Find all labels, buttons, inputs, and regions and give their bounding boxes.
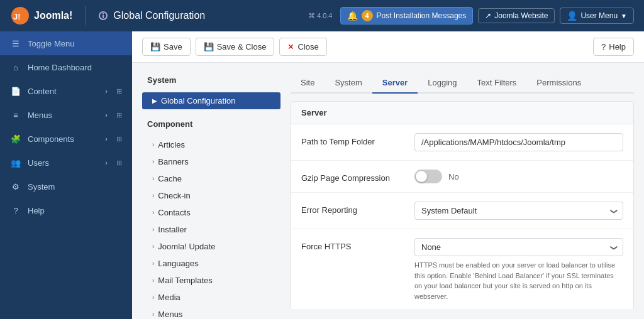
- menus-icon: ≡: [10, 109, 21, 121]
- user-menu-button[interactable]: 👤 User Menu ▼: [560, 8, 634, 24]
- page-title: Global Configuration: [98, 10, 301, 21]
- force-https-select-wrapper: None Administrator Only Entire Site: [414, 238, 623, 256]
- sidebar-item-label: Menus: [28, 111, 52, 120]
- left-panel: System ▶ Global Configuration Component …: [142, 73, 280, 309]
- version-text: ⌘ 4.0.4: [308, 12, 333, 20]
- sidebar-item-users[interactable]: 👥 Users › ⊞: [0, 151, 132, 175]
- panel-item-menus[interactable]: › Menus: [142, 306, 280, 319]
- panel-item-joomla-update[interactable]: › Joomla! Update: [142, 238, 280, 255]
- chevron-right-icon: ▶: [152, 97, 157, 104]
- error-reporting-control: System Default None Simple Maximum Devel…: [414, 202, 623, 220]
- sidebar-item-menus[interactable]: ≡ Menus › ⊞: [0, 103, 132, 127]
- tab-logging[interactable]: Logging: [418, 73, 467, 94]
- panel-item-check-in[interactable]: › Check-in: [142, 187, 280, 204]
- home-icon: ⌂: [10, 62, 21, 73]
- chevron-icon: ›: [152, 209, 154, 216]
- chevron-icon: ›: [152, 311, 154, 318]
- svg-text:J!: J!: [13, 12, 21, 21]
- sidebar-item-label: Users: [28, 158, 49, 168]
- force-https-label: Force HTTPS: [301, 238, 414, 251]
- sidebar-item-label: Home Dashboard: [28, 63, 92, 72]
- force-https-help-text: HTTPS must be enabled on your server or …: [414, 260, 623, 301]
- save-close-icon: 💾: [204, 42, 214, 51]
- topbar-actions: 🔔 4 Post Installation Messages ↗ Joomla …: [340, 7, 635, 24]
- logo: J! Joomla!: [10, 6, 72, 26]
- sidebar-item-label: System: [28, 182, 55, 192]
- content-area: System ▶ Global Configuration Component …: [132, 63, 644, 319]
- error-reporting-select[interactable]: System Default None Simple Maximum Devel…: [414, 202, 623, 220]
- tab-text-filters[interactable]: Text Filters: [467, 73, 527, 94]
- content-icon: 📄: [10, 85, 21, 97]
- save-button[interactable]: 💾 Save: [142, 38, 191, 56]
- components-icon: 🧩: [10, 133, 21, 144]
- component-section-title: Component: [142, 117, 280, 131]
- panel-item-installer[interactable]: › Installer: [142, 221, 280, 238]
- sidebar-item-system[interactable]: ⚙ System: [0, 175, 132, 198]
- panel-item-languages[interactable]: › Languages: [142, 255, 280, 272]
- close-button[interactable]: ✕ Close: [279, 38, 326, 56]
- chevron-icon: ›: [152, 226, 154, 233]
- gzip-compression-control: No: [414, 170, 623, 183]
- panel-item-mail-templates[interactable]: › Mail Templates: [142, 272, 280, 289]
- server-form-panel: Server Path to Temp Folder Gzip Page Com…: [291, 101, 634, 309]
- force-https-row: Force HTTPS None Administrator Only Enti…: [291, 229, 633, 309]
- path-to-temp-folder-input[interactable]: [414, 133, 623, 151]
- sidebar-item-label: Components: [28, 134, 74, 144]
- panel-item-global-configuration[interactable]: ▶ Global Configuration: [142, 92, 280, 109]
- tab-permissions[interactable]: Permissions: [526, 73, 591, 94]
- sidebar-item-content[interactable]: 📄 Content › ⊞: [0, 79, 132, 103]
- force-https-select[interactable]: None Administrator Only Entire Site: [414, 238, 623, 256]
- grid-icon: ⊞: [116, 159, 122, 167]
- close-icon: ✕: [287, 42, 294, 51]
- notifications-button[interactable]: 🔔 4 Post Installation Messages: [340, 7, 474, 24]
- users-icon: 👥: [10, 157, 21, 168]
- sidebar-item-help[interactable]: ? Help: [0, 198, 132, 222]
- sidebar: ☰ Toggle Menu ⌂ Home Dashboard 📄 Content…: [0, 31, 132, 319]
- help-icon: ?: [10, 205, 21, 216]
- gzip-compression-label: Gzip Page Compression: [301, 170, 414, 183]
- panel-item-media[interactable]: › Media: [142, 289, 280, 306]
- tab-server[interactable]: Server: [372, 73, 418, 94]
- gzip-toggle[interactable]: [414, 170, 442, 183]
- error-reporting-label: Error Reporting: [301, 202, 414, 215]
- panel-item-banners[interactable]: › Banners: [142, 153, 280, 170]
- chevron-icon: ›: [152, 260, 154, 267]
- toggle-knob: [416, 171, 427, 182]
- panel-item-contacts[interactable]: › Contacts: [142, 204, 280, 221]
- notifications-count: 4: [362, 10, 373, 21]
- joomla-website-button[interactable]: ↗ Joomla Website: [478, 8, 555, 23]
- hamburger-icon: ☰: [10, 38, 21, 49]
- help-icon: ?: [601, 42, 606, 51]
- panel-item-cache[interactable]: › Cache: [142, 170, 280, 187]
- gzip-toggle-label: No: [448, 172, 459, 181]
- arrow-icon: ›: [105, 159, 108, 166]
- sidebar-item-label: Content: [28, 87, 57, 96]
- chevron-icon: ›: [152, 277, 154, 284]
- save-icon: 💾: [150, 42, 160, 51]
- system-section-title: System: [142, 73, 280, 87]
- arrow-icon: ›: [105, 111, 108, 119]
- save-close-button[interactable]: 💾 Save & Close: [196, 38, 275, 56]
- error-reporting-select-wrapper: System Default None Simple Maximum Devel…: [414, 202, 623, 220]
- error-reporting-row: Error Reporting System Default None Simp…: [291, 193, 633, 229]
- path-to-temp-folder-control: [414, 133, 623, 151]
- sidebar-item-label: Help: [28, 206, 45, 215]
- sidebar-item-home-dashboard[interactable]: ⌂ Home Dashboard: [0, 55, 132, 79]
- system-icon: ⚙: [10, 181, 21, 192]
- arrow-icon: ›: [105, 87, 108, 95]
- chevron-icon: ›: [152, 243, 154, 250]
- arrow-icon: ›: [105, 135, 108, 143]
- path-to-temp-folder-label: Path to Temp Folder: [301, 133, 414, 146]
- help-button[interactable]: ? Help: [593, 38, 634, 56]
- sidebar-item-components[interactable]: 🧩 Components › ⊞: [0, 127, 132, 151]
- tabs-bar: Site System Server Logging Text Filters: [291, 73, 634, 94]
- chevron-icon: ›: [152, 141, 154, 148]
- tab-site[interactable]: Site: [291, 73, 325, 94]
- sidebar-item-toggle-menu[interactable]: ☰ Toggle Menu: [0, 31, 132, 55]
- chevron-icon: ›: [152, 294, 154, 301]
- tab-system[interactable]: System: [325, 73, 372, 94]
- grid-icon: ⊞: [116, 111, 122, 119]
- gzip-compression-row: Gzip Page Compression No: [291, 161, 633, 193]
- panel-item-articles[interactable]: › Articles: [142, 136, 280, 153]
- chevron-icon: ›: [152, 175, 154, 182]
